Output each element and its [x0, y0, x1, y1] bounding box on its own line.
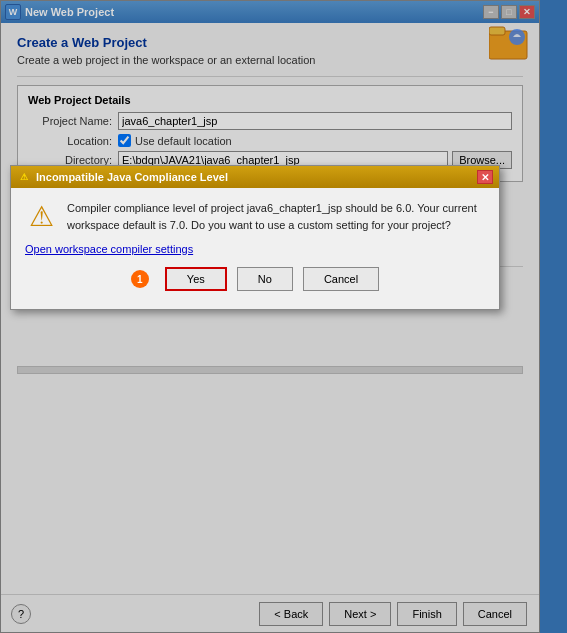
dialog-title-bar: ⚠ Incompatible Java Compliance Level ✕	[11, 166, 499, 188]
dialog-overlay: ⚠ Incompatible Java Compliance Level ✕ ⚠…	[0, 0, 567, 633]
dialog-cancel-button[interactable]: Cancel	[303, 267, 379, 291]
dialog-content: ⚠ Compiler compliance level of project j…	[11, 188, 499, 309]
dialog-warning-icon: ⚠	[17, 170, 31, 184]
dialog-button-row: 1 Yes No Cancel	[25, 267, 485, 297]
dialog-title: Incompatible Java Compliance Level	[36, 171, 228, 183]
incompatible-dialog: ⚠ Incompatible Java Compliance Level ✕ ⚠…	[10, 165, 500, 310]
step-indicator: 1	[131, 270, 149, 288]
yes-button[interactable]: Yes	[165, 267, 227, 291]
dialog-body: ⚠ Compiler compliance level of project j…	[25, 200, 485, 233]
workspace-compiler-settings-link[interactable]: Open workspace compiler settings	[25, 243, 485, 255]
no-button[interactable]: No	[237, 267, 293, 291]
dialog-close-button[interactable]: ✕	[477, 170, 493, 184]
warning-triangle-icon: ⚠	[25, 200, 57, 232]
dialog-message: Compiler compliance level of project jav…	[67, 200, 485, 233]
